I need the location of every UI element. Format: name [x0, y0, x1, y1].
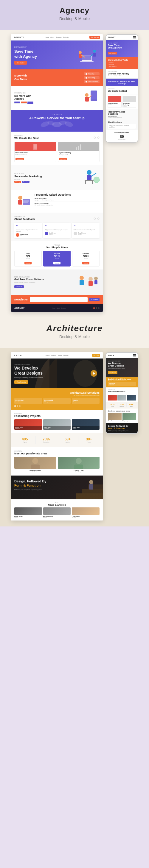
agency-newsletter: Newsletter Subscribe [11, 295, 103, 304]
arch-quote-content: Design, Followed By Form & Function We b… [14, 479, 99, 490]
sol-dot-2[interactable] [17, 405, 18, 407]
footer-dot-1[interactable] [93, 307, 95, 309]
plan-btn-2[interactable]: Choose [53, 262, 60, 265]
stat-number-3: 68+ [59, 437, 77, 441]
arch-title: Architecture [3, 324, 146, 333]
bar-rect-2 [14, 103, 20, 104]
arch-team-header: OUR TEAM Meet our passionate crew [14, 450, 99, 455]
mfc-author: Sara Williams [109, 127, 135, 128]
nav-link-about[interactable]: About [50, 36, 54, 38]
project-img-3: Urban Space Interior [72, 419, 99, 430]
arch-solutions-heading: Architectural Solutions [14, 391, 99, 394]
agency-mockup-container: AGENCY Home About Services Portfolio Get… [0, 30, 149, 316]
agency-nav-btn[interactable]: Get Started [89, 36, 100, 39]
footer-link-1[interactable]: Home [52, 307, 55, 309]
consult-btn[interactable]: Contact Us [14, 285, 24, 288]
svg-point-6 [93, 50, 96, 53]
arch-hero-play-btn[interactable] [91, 370, 97, 377]
bar-rect-6 [27, 103, 33, 104]
mobile-powerful-heading: A Powerful Service for Your Startup [108, 81, 136, 85]
arch-mob-team: Meet our passionate crew Thomas Bernard … [106, 408, 138, 423]
footer-dots [93, 307, 99, 309]
feedback-nav-icon[interactable] [94, 217, 99, 220]
mobile-tool-1: • Branding [108, 61, 136, 63]
nav-link-services[interactable]: Services [56, 36, 61, 38]
arch-nav-link-1[interactable]: Home [46, 354, 50, 356]
mobile-hero-btn[interactable]: Get Started [108, 52, 117, 55]
mobile-card-img-2 [123, 96, 136, 102]
footer-dot-3[interactable] [98, 307, 99, 309]
page-wrapper: Agency Desktop & Mobile AGENCY Home Abou… [0, 0, 149, 526]
arch-mob-stat-2: 70% Satisfaction [117, 403, 127, 407]
do-more-illustration [83, 89, 99, 107]
author-name-2: Mark Brown [49, 232, 56, 234]
project-item-1: Beach House Residential [14, 419, 42, 430]
agency-marketing: CASE STUDY Successful Marketing John Smi… [11, 165, 103, 190]
arch-mob-stat-num-2: 70% [117, 403, 127, 406]
tag-1[interactable]: Strategy [14, 181, 21, 183]
arch-projects: PORTFOLIO Fascinating Projects Beach Hou… [11, 410, 103, 433]
create-card-btn-1[interactable]: Learn More [16, 158, 24, 160]
team-photo-1 [14, 457, 56, 469]
nav-link-home[interactable]: Home [45, 36, 49, 38]
arch-hero-btn[interactable]: View Projects [14, 380, 28, 384]
author-name-1: Sara Williams [20, 234, 28, 235]
arch-mob-stat-label-3: Awards [127, 406, 136, 407]
arch-solutions-cards: Residential Home design Commercial Offic… [14, 398, 99, 404]
footer-link-2[interactable]: About [57, 307, 60, 309]
mobile-mini-card-1: Financial Service Solutions [108, 96, 122, 108]
arch-quote: Design, Followed By Form & Function We b… [11, 475, 103, 499]
mobile-cards: Financial Service Solutions Successful M… [106, 94, 138, 109]
agency-nav-logo: AGENCY [14, 36, 24, 39]
svg-rect-22 [34, 145, 37, 149]
prev-next-icon[interactable] [94, 136, 99, 139]
svg-rect-24 [78, 146, 79, 150]
marketing-figure [79, 168, 99, 187]
footer-dot-2[interactable] [96, 307, 97, 309]
sol-dot-3[interactable] [19, 405, 21, 407]
plan-price-2: $19 [45, 254, 69, 258]
solutions-text-2: Office spaces [44, 401, 70, 403]
agency-hero-text: DIGITAL AGENCY Save Time with Agency Get… [14, 46, 37, 65]
arch-nav-link-2[interactable]: Projects [51, 354, 56, 356]
arch-mob-projects-heading: Fascinating Projects [108, 391, 136, 392]
agency-hero-btn[interactable]: Get Started [14, 61, 27, 65]
news-item-2: Architecture Now Feb 2024 [43, 507, 71, 518]
arch-nav-btn[interactable]: Hire Us [92, 354, 100, 357]
arch-projects-header: PORTFOLIO Fascinating Projects [14, 413, 99, 417]
project-type-1: Residential [15, 428, 41, 429]
newsletter-btn[interactable]: Subscribe [89, 298, 99, 301]
news-item-1: Design Trends Jan 2024 [14, 507, 42, 518]
mobile-logo: AGENCY [108, 36, 116, 38]
mobile-tools-title: More with Our Tools [108, 59, 136, 61]
arch-stats-row: 405 Projects 70% Satisfaction 68+ Awards… [14, 436, 99, 444]
plan-price-1: $9 [16, 254, 40, 258]
newsletter-input[interactable] [30, 297, 88, 302]
sol-dot-1[interactable] [14, 405, 16, 407]
do-more-bars [14, 101, 83, 104]
faq-heading: Frequently Asked Questions [35, 193, 99, 196]
arch-mob-quote-desc: We believe great design leads to great l… [108, 430, 136, 431]
mobile-hamburger[interactable] [133, 36, 136, 38]
create-card-btn-2[interactable]: Learn More [59, 158, 67, 160]
arch-mob-hero-btn[interactable]: View Projects [108, 371, 117, 374]
consult-desc: Contact us today for a free consultation… [14, 281, 73, 283]
arch-mob-hamburger[interactable] [133, 354, 136, 356]
nav-link-portfolio[interactable]: Portfolio [63, 36, 68, 38]
mobile-faq-a: A project is a planned piece of work. [108, 117, 136, 118]
we-create-left: OUR WORK We Create the Best [14, 135, 39, 140]
arch-nav-link-4[interactable]: Contact [63, 354, 68, 356]
tool-label-2: Marketing [88, 77, 95, 79]
card-title-2: Digital Marketing [59, 152, 99, 154]
svg-rect-27 [87, 175, 91, 180]
feedback-heading: Client Feedback [14, 218, 35, 221]
arch-ham-2 [133, 355, 136, 355]
stat-2: 70% Satisfaction [36, 436, 57, 444]
plan-btn-3[interactable]: Choose [82, 262, 89, 265]
solutions-text-1: Home design [16, 401, 41, 403]
news-item-3: Future Spaces Mar 2024 [72, 507, 99, 518]
arch-nav-link-3[interactable]: About [58, 354, 62, 356]
plan-btn-1[interactable]: Choose [24, 262, 32, 265]
tag-2[interactable]: Thursday [22, 181, 30, 183]
footer-link-3[interactable]: Services [61, 307, 65, 309]
